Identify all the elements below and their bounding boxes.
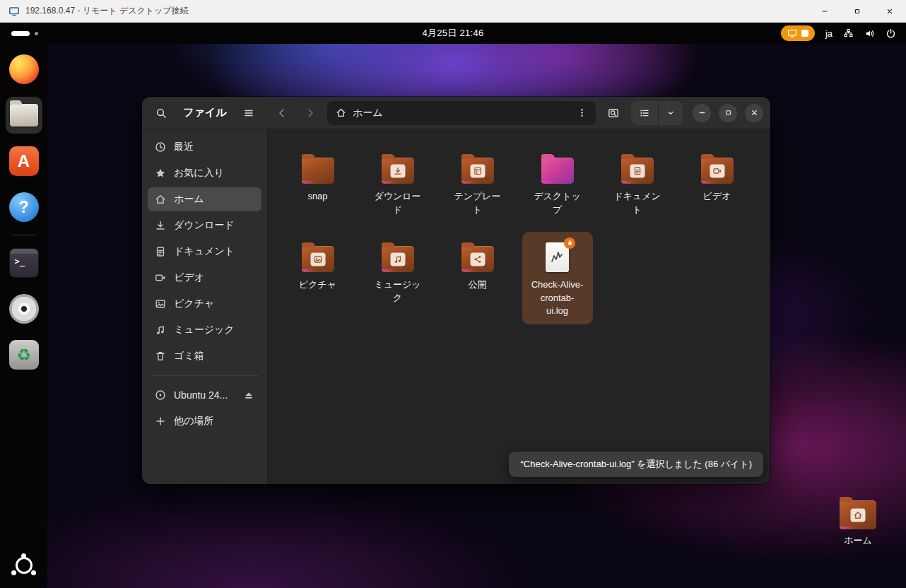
file-item-label: ピクチャ [299,278,336,292]
home-folder-icon [840,500,876,529]
rdp-title: 192.168.0.47 - リモート デスクトップ接続 [25,5,189,17]
file-item[interactable]: ミュージック [363,232,433,312]
dock-item-terminal[interactable] [6,245,42,281]
workspace-indicator[interactable] [11,31,38,36]
input-method-indicator[interactable]: ja [825,28,833,39]
power-icon[interactable] [886,28,896,39]
volume-icon[interactable] [864,28,875,39]
folder-icon [461,246,494,272]
file-item-thumbnail [621,151,654,184]
eject-icon[interactable] [243,389,254,401]
picture-icon [155,298,166,310]
list-view-button[interactable] [631,101,658,125]
workspace-dot[interactable] [35,32,38,35]
file-item[interactable]: ピクチャ [283,232,353,298]
file-item[interactable]: ダウンロード [363,143,433,223]
close-button[interactable] [745,104,763,122]
system-tray: ja [781,25,906,41]
hamburger-menu-button[interactable] [238,102,259,124]
dock-item-ubuntu-software[interactable] [6,143,42,180]
current-location-label: ホーム [353,107,383,119]
picture-emblem-icon [310,252,325,266]
main-header: ホーム [268,97,770,129]
app-title: ファイル [183,106,226,119]
folder-icon [701,158,734,184]
files-headerbar: ファイル ホーム [142,97,770,129]
view-options-chevron-button[interactable] [658,101,683,125]
file-item[interactable]: 公開 [442,232,513,298]
folder-icon [541,158,574,184]
rdp-close-button[interactable] [873,0,906,22]
minimize-button[interactable] [693,104,711,122]
sidebar-item-label: 他の場所 [174,415,213,428]
file-item[interactable]: ドキュメント [602,143,673,223]
search-current-folder-button[interactable] [601,101,625,125]
file-item-label: ミュージック [371,278,425,305]
file-item-thumbnail [701,151,734,184]
file-item[interactable]: snap [283,143,353,210]
template-emblem-icon [470,165,485,178]
dock-separator [11,235,37,235]
file-item-thumbnail [546,240,569,272]
rdp-window-controls [808,0,906,22]
home-icon [155,194,166,205]
clock[interactable]: 4月25日 21:46 [422,27,483,40]
rdp-maximize-button[interactable] [841,0,873,22]
back-button[interactable] [271,102,293,124]
desktop-home-icon[interactable]: ホーム [828,500,888,547]
remote-desktop-screen: 192.168.0.47 - リモート デスクトップ接続 4月25日 21:46… [0,0,906,588]
maximize-button[interactable] [719,104,737,122]
lock-badge-icon [564,237,575,249]
sidebar-item-picture[interactable]: ピクチャ [148,292,261,316]
file-item[interactable]: デスクトップ [522,143,593,223]
sidebar-item-music[interactable]: ミュージック [148,318,261,342]
search-button[interactable] [151,102,172,124]
file-item[interactable]: テンプレート [442,143,513,223]
sidebar-item-download[interactable]: ダウンロード [148,213,261,237]
show-apps-ubuntu-logo-icon[interactable] [11,553,37,578]
location-options-kebab-icon[interactable] [577,107,587,118]
sidebar-header: ファイル [142,97,268,129]
network-icon[interactable] [843,28,854,39]
video-emblem-icon [710,165,724,178]
sidebar-item-disc[interactable]: Ubuntu 24... [148,383,261,407]
stop-sharing-icon[interactable] [801,30,808,37]
file-item-label: ドキュメント [611,190,664,217]
forward-button[interactable] [299,102,322,124]
sidebar-item-plus[interactable]: 他の場所 [148,409,261,433]
sidebar-item-label: 最近 [174,141,194,153]
dock-item-firefox[interactable] [6,51,42,88]
file-item[interactable]: Check-Alive-crontab-ui.log [522,232,593,325]
sidebar-item-label: ホーム [174,193,204,206]
workspace-pill-active[interactable] [11,31,30,36]
clock-icon [155,141,166,153]
download-emblem-icon [390,165,405,178]
dock-item-disc[interactable] [6,290,42,327]
file-item-label: 公開 [469,278,487,292]
folder-icon [302,246,334,272]
rdp-minimize-button[interactable] [808,0,841,22]
file-item[interactable]: ビデオ [682,143,753,210]
plus-icon [155,416,166,427]
path-bar[interactable]: ホーム [327,101,596,125]
dock-item-help[interactable] [6,189,42,225]
sidebar-item-trash[interactable]: ゴミ箱 [148,344,261,368]
dock-item-files[interactable] [6,97,42,134]
desktop-home-label: ホーム [844,534,872,547]
folder-icon [621,158,654,184]
sidebar-item-home[interactable]: ホーム [148,187,261,211]
sidebar-item-star[interactable]: お気に入り [148,161,261,185]
sidebar-item-clock[interactable]: 最近 [148,135,261,159]
files-grid: snapダウンロードテンプレートデスクトップドキュメントビデオピクチャミュージッ… [268,129,770,324]
screen-share-indicator[interactable] [781,25,815,41]
sidebar-item-document[interactable]: ドキュメント [148,240,261,264]
file-item-thumbnail [382,240,414,272]
dock-item-software-updater[interactable] [6,336,42,373]
dock [0,44,47,588]
sidebar-item-label: お気に入り [174,167,224,180]
sidebar-item-label: ドキュメント [174,245,235,258]
file-item-label: デスクトップ [531,190,584,217]
video-icon [155,272,166,283]
file-item-thumbnail [302,151,334,184]
sidebar-item-video[interactable]: ビデオ [148,266,261,290]
